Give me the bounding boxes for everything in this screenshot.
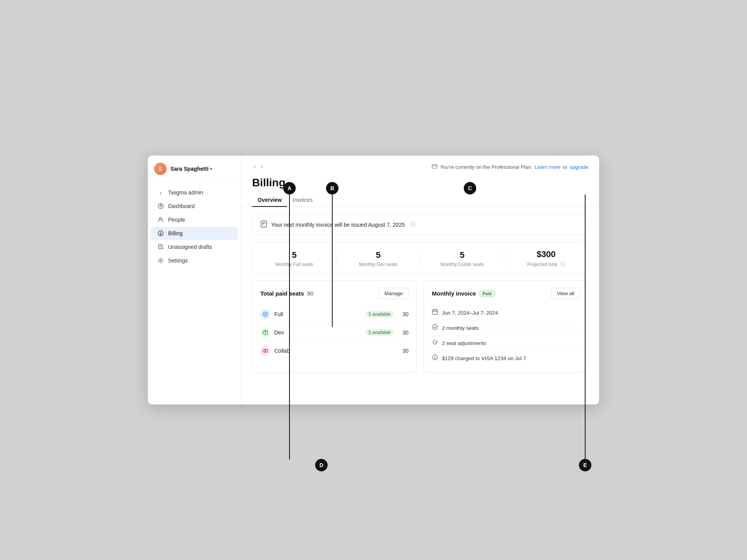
invoice-item-date: Jun 7, 2024–Jul 7, 2024: [432, 305, 580, 320]
billing-icon: $: [157, 230, 164, 237]
tabs-bar: Overview Invoices: [241, 189, 599, 207]
view-all-button[interactable]: View all: [551, 288, 580, 299]
collab-seat-name: Collab: [274, 348, 399, 354]
invoice-item-adjustments: 2 seat adjustments: [432, 336, 580, 351]
seats-card: Total paid seats 90 Manage: [252, 280, 417, 373]
seats-count: 90: [307, 290, 314, 297]
page-title: Billing: [252, 177, 588, 189]
collab-seat-icon: [260, 346, 270, 356]
stat-projected-total-value: $300: [504, 249, 588, 259]
page-title-area: Billing: [241, 171, 599, 189]
full-seat-icon: [260, 309, 270, 319]
annotation-e: E: [579, 459, 591, 471]
invoice-item-charge: $ $129 charged to VISA 1234 on Jul 7: [432, 351, 580, 366]
back-arrow-button[interactable]: ‹: [252, 163, 257, 171]
stat-dev-seats: 5 Monthly Dev seats: [337, 250, 421, 267]
stat-collab-seats-label: Monthly Collab seats: [421, 262, 504, 267]
sidebar-item-billing[interactable]: $ Billing: [151, 227, 238, 240]
stat-projected-total-label: Projected total ⓘ: [504, 261, 588, 268]
svg-rect-8: [432, 164, 437, 168]
dev-seat-badge: 3 available: [365, 329, 394, 336]
full-seat-count: 30: [399, 311, 409, 317]
dashboard-icon: [157, 203, 164, 210]
stat-projected-total: $300 Projected total ⓘ: [504, 249, 588, 268]
sidebar: S Sara Spaghetti ▾ ‹ Twigma admin: [148, 156, 241, 404]
annotation-d: D: [315, 459, 328, 471]
invoice-banner: Your next monthly invoice will be issued…: [252, 215, 588, 235]
svg-point-7: [160, 260, 161, 261]
sidebar-item-unassigned-drafts[interactable]: Unassigned drafts: [151, 240, 238, 254]
collab-seat-count: 30: [399, 348, 409, 354]
svg-point-1: [160, 205, 161, 207]
svg-text:$: $: [434, 356, 436, 360]
info-icon[interactable]: ⓘ: [410, 221, 416, 228]
svg-text:$: $: [160, 232, 161, 236]
drafts-icon: [157, 243, 164, 250]
seat-row-collab: Collab 30: [260, 342, 409, 360]
full-seat-badge: 3 available: [365, 311, 394, 318]
sidebar-item-back[interactable]: ‹ Twigma admin: [151, 186, 238, 199]
forward-arrow-button[interactable]: ›: [260, 163, 265, 171]
app-window: S Sara Spaghetti ▾ ‹ Twigma admin: [148, 156, 599, 404]
svg-point-11: [265, 349, 268, 352]
invoice-item-seats: 2 monthly seats: [432, 320, 580, 336]
chevron-down-icon: ▾: [210, 167, 212, 171]
seat-row-dev: Dev 3 available 30: [260, 324, 409, 342]
stat-full-seats-label: Monthly Full seats: [253, 262, 336, 267]
user-name: Sara Spaghetti ▾: [170, 166, 212, 172]
plan-icon: [431, 163, 438, 171]
avatar: S: [154, 163, 167, 175]
learn-more-link[interactable]: Learn more: [535, 164, 560, 170]
sidebar-item-settings[interactable]: Settings: [151, 254, 238, 267]
svg-point-3: [160, 217, 162, 220]
invoice-card: Monthly invoice Paid View all: [424, 280, 588, 373]
dev-seat-count: 30: [399, 329, 409, 336]
bottom-cards: Total paid seats 90 Manage: [252, 280, 588, 373]
refresh-icon: [432, 339, 438, 347]
stat-full-seats: 5 Monthly Full seats: [253, 250, 337, 267]
dev-seat-name: Dev: [274, 329, 365, 336]
svg-rect-6: [159, 245, 162, 249]
seats-card-header: Total paid seats 90 Manage: [260, 288, 409, 299]
check-circle-icon: [432, 324, 438, 332]
top-bar: ‹ › You're currently on the Professional…: [241, 156, 599, 171]
paid-badge: Paid: [479, 290, 495, 297]
stat-dev-seats-label: Monthly Dev seats: [337, 262, 420, 267]
seat-row-full: Full 3 available 30: [260, 305, 409, 324]
svg-point-13: [433, 325, 438, 330]
plan-notice: You're currently on the Professional Pla…: [431, 163, 588, 171]
people-icon: [157, 216, 164, 223]
dollar-circle-icon: $: [432, 354, 438, 362]
invoice-card-header: Monthly invoice Paid View all: [432, 288, 580, 299]
content-area: Your next monthly invoice will be issued…: [241, 207, 599, 384]
nav-arrows: ‹ ›: [252, 163, 265, 171]
stat-collab-seats-value: 5: [421, 250, 504, 260]
manage-button[interactable]: Manage: [379, 288, 409, 299]
stats-card: 5 Monthly Full seats 5 Monthly Dev seats…: [252, 242, 588, 273]
sidebar-nav: ‹ Twigma admin Dashboard: [148, 182, 241, 271]
tab-overview[interactable]: Overview: [252, 194, 287, 207]
invoice-banner-text: Your next monthly invoice will be issued…: [271, 222, 405, 228]
calendar-icon: [432, 309, 438, 317]
settings-icon: [157, 257, 164, 264]
upgrade-link[interactable]: upgrade: [570, 164, 588, 170]
stat-full-seats-value: 5: [253, 250, 336, 260]
svg-rect-12: [433, 310, 438, 315]
projected-info-icon[interactable]: ⓘ: [560, 261, 565, 268]
main-content: ‹ › You're currently on the Professional…: [241, 156, 599, 404]
sidebar-item-people[interactable]: People: [151, 213, 238, 226]
stat-collab-seats: 5 Monthly Collab seats: [421, 250, 505, 267]
sidebar-item-dashboard[interactable]: Dashboard: [151, 200, 238, 213]
dev-seat-icon: [260, 327, 270, 338]
sidebar-header[interactable]: S Sara Spaghetti ▾: [148, 156, 241, 182]
tab-invoices[interactable]: Invoices: [287, 194, 318, 207]
back-icon: ‹: [157, 189, 164, 196]
invoice-card-title: Monthly invoice Paid: [432, 290, 495, 297]
invoice-banner-icon: [260, 220, 267, 229]
stat-dev-seats-value: 5: [337, 250, 420, 260]
seats-card-title: Total paid seats 90: [260, 290, 314, 297]
full-seat-name: Full: [274, 311, 365, 317]
